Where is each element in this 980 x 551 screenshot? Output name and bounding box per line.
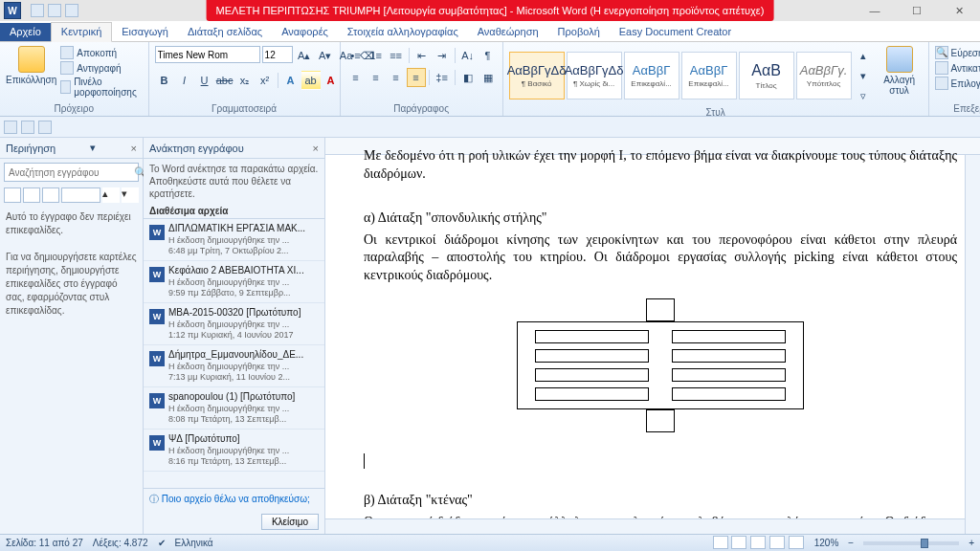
justify-button[interactable]: ≡ <box>407 68 426 87</box>
numbering-button[interactable]: 1≡ <box>367 46 386 65</box>
status-language[interactable]: Ελληνικά <box>175 538 213 548</box>
styles-row-up[interactable]: ▴ <box>854 46 873 65</box>
recovery-help-link[interactable]: ⓘ Ποιο αρχείο θέλω να αποθηκεύσω; <box>144 489 324 510</box>
recovery-item[interactable]: WΚεφάλαιο 2 ΑΒΕΒΑΙΟΤΗΤΑ ΧΙ...Η έκδοση δη… <box>144 261 324 303</box>
align-left-button[interactable]: ≡ <box>346 68 366 87</box>
superscript-button[interactable]: x² <box>256 71 275 90</box>
horizontal-scrollbar[interactable] <box>325 518 965 534</box>
tab-mailings[interactable]: Στοιχεία αλληλογραφίας <box>338 23 468 41</box>
recovery-item[interactable]: WMBA-2015-00320 [Πρωτότυπο]Η έκδοση δημι… <box>144 303 324 345</box>
cut-button[interactable]: Αποκοπή <box>60 46 142 59</box>
tool-icon-1[interactable] <box>4 121 17 134</box>
nav-close-icon[interactable]: × <box>131 143 137 154</box>
minimize-button[interactable]: — <box>854 0 896 21</box>
italic-button[interactable]: I <box>175 71 194 90</box>
tool-icon-2[interactable] <box>21 121 34 134</box>
tab-easy-doc[interactable]: Easy Document Creator <box>610 23 741 41</box>
bullets-button[interactable]: •≡ <box>346 46 366 65</box>
nav-tab-results-icon[interactable] <box>42 187 59 203</box>
zoom-slider[interactable] <box>863 541 959 545</box>
view-draft-icon[interactable] <box>789 536 804 549</box>
indent-dec-button[interactable]: ⇤ <box>412 46 432 65</box>
nav-search-input[interactable] <box>5 164 134 181</box>
change-styles-button[interactable]: Αλλαγή στυλ <box>877 46 923 96</box>
zoom-in-button[interactable]: + <box>969 538 974 548</box>
document-page[interactable]: Με δεδομένο ότι η ροή υλικών έχει την μο… <box>364 138 957 534</box>
tab-insert[interactable]: Εισαγωγή <box>112 23 178 41</box>
sort-button[interactable]: A↓ <box>458 46 478 65</box>
recovery-item[interactable]: WΔΙΠΛΩΜΑΤΙΚΗ ΕΡΓΑΣΙΑ ΜΑΚ...Η έκδοση δημι… <box>144 219 324 261</box>
recovery-item[interactable]: Wspanopoulou (1) [Πρωτότυπο]Η έκδοση δημ… <box>144 387 324 430</box>
maximize-button[interactable]: ☐ <box>896 0 938 21</box>
style-subtitle[interactable]: ΑαΒβΓγ.Υπότιτλος <box>796 52 852 99</box>
grow-font-button[interactable]: A▴ <box>295 46 314 65</box>
tab-review[interactable]: Αναθεώρηση <box>468 23 548 41</box>
view-read-icon[interactable] <box>731 536 746 549</box>
select-button[interactable]: Επιλογή ▾ <box>935 77 980 90</box>
indent-inc-button[interactable]: ⇥ <box>433 46 452 65</box>
format-painter-button[interactable]: Πινέλο μορφοποίησης <box>60 77 142 98</box>
multilevel-button[interactable]: ≡≡ <box>387 46 406 65</box>
shrink-font-button[interactable]: A▾ <box>316 46 335 65</box>
nav-search[interactable]: 🔍 <box>4 163 139 182</box>
redo-icon[interactable] <box>65 4 78 17</box>
find-button[interactable]: 🔍Εύρεση ▾ <box>935 46 980 59</box>
subscript-button[interactable]: x₂ <box>235 71 255 90</box>
align-center-button[interactable]: ≡ <box>367 68 386 87</box>
bold-button[interactable]: B <box>155 71 174 90</box>
nav-tab-headings-icon[interactable] <box>4 187 21 203</box>
styles-more[interactable]: ▿ <box>854 86 873 105</box>
underline-button[interactable]: U <box>195 71 214 90</box>
highlight-button[interactable]: ab <box>301 71 321 90</box>
text-effects-button[interactable]: A <box>281 71 301 90</box>
view-outline-icon[interactable] <box>769 536 785 549</box>
vertical-scrollbar[interactable] <box>965 155 980 534</box>
font-name-combo[interactable] <box>155 46 260 63</box>
close-button[interactable]: ✕ <box>938 0 980 21</box>
tab-layout[interactable]: Διάταξη σελίδας <box>178 23 272 41</box>
show-marks-button[interactable]: ¶ <box>479 46 498 65</box>
recovery-file-list[interactable]: WΔΙΠΛΩΜΑΤΙΚΗ ΕΡΓΑΣΙΑ ΜΑΚ...Η έκδοση δημι… <box>144 218 324 489</box>
tab-references[interactable]: Αναφορές <box>272 23 338 41</box>
status-zoom[interactable]: 120% <box>814 538 839 548</box>
nav-view-tabs[interactable]: ▴ ▾ <box>4 187 139 203</box>
align-right-button[interactable]: ≡ <box>387 68 406 87</box>
view-web-icon[interactable] <box>750 536 766 549</box>
view-print-icon[interactable] <box>713 536 728 549</box>
status-page[interactable]: Σελίδα: 11 από 27 <box>6 538 83 548</box>
replace-button[interactable]: Αντικατάσταση <box>935 61 980 75</box>
nav-pin-icon[interactable]: ▾ <box>90 142 96 154</box>
tool-icon-3[interactable] <box>38 121 52 134</box>
style-heading2[interactable]: ΑαΒβΓΕπικεφαλί... <box>681 52 737 99</box>
strike-button[interactable]: abc <box>215 71 234 90</box>
recovery-close-icon[interactable]: × <box>313 143 319 154</box>
font-color-button[interactable]: A <box>322 71 341 90</box>
recovery-item[interactable]: WΨΔ [Πρωτότυπο]Η έκδοση δημιουργήθηκε τη… <box>144 430 324 472</box>
nav-tab-pages-icon[interactable] <box>23 187 40 203</box>
font-size-combo[interactable] <box>262 46 293 63</box>
style-normal[interactable]: ΑαΒβΓγΔδ¶ Βασικό <box>509 52 565 99</box>
style-title[interactable]: ΑαΒΤίτλος <box>739 52 794 99</box>
undo-icon[interactable] <box>48 4 61 17</box>
document-area[interactable]: Με δεδομένο ότι η ροή υλικών έχει την μο… <box>325 138 980 534</box>
save-icon[interactable] <box>31 4 44 17</box>
style-heading1[interactable]: ΑαΒβΓΕπικεφαλί... <box>624 52 679 99</box>
recovery-item[interactable]: WΔήμητρα_Εμμανουηλίδου_ΔΕ...Η έκδοση δημ… <box>144 345 324 387</box>
styles-row-down[interactable]: ▾ <box>854 66 873 85</box>
view-buttons[interactable] <box>713 536 805 551</box>
styles-gallery[interactable]: ΑαΒβΓγΔδ¶ Βασικό ΑαΒβΓγΔδ¶ Χωρίς δι... Α… <box>509 46 873 105</box>
style-no-spacing[interactable]: ΑαΒβΓγΔδ¶ Χωρίς δι... <box>567 52 622 99</box>
recovery-close-button[interactable]: Κλείσιμο <box>261 514 319 530</box>
nav-next-icon[interactable]: ▾ <box>122 187 139 203</box>
zoom-out-button[interactable]: − <box>848 538 854 548</box>
copy-button[interactable]: Αντιγραφή <box>60 61 142 75</box>
nav-prev-icon[interactable]: ▴ <box>102 187 120 203</box>
shading-button[interactable]: ◧ <box>458 68 478 87</box>
tab-file[interactable]: Αρχείο <box>0 23 51 41</box>
status-words[interactable]: Λέξεις: 4.872 <box>93 538 148 548</box>
borders-button[interactable]: ▦ <box>479 68 498 87</box>
paste-button[interactable]: Επικόλληση <box>6 46 56 85</box>
tab-view[interactable]: Προβολή <box>548 23 610 41</box>
line-spacing-button[interactable]: ‡≡ <box>433 68 452 87</box>
tab-home[interactable]: Κεντρική <box>51 22 112 42</box>
